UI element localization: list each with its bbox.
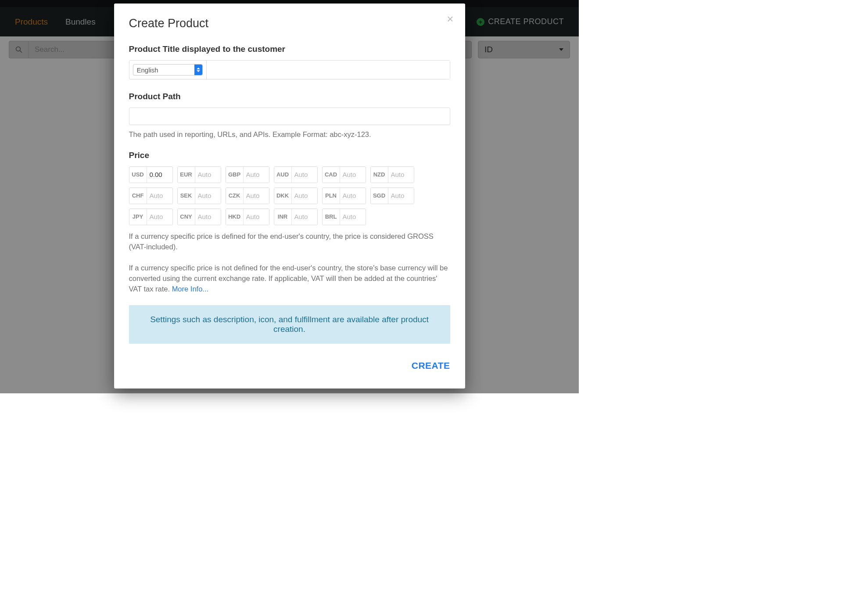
language-select[interactable]: English <box>133 64 203 76</box>
price-input-hkd[interactable] <box>244 209 269 225</box>
currency-code: JPY <box>129 209 147 225</box>
price-cell-inr: INR <box>274 209 318 225</box>
currency-code: CZK <box>226 188 244 204</box>
product-path-help: The path used in reporting, URLs, and AP… <box>129 130 450 140</box>
price-label: Price <box>129 151 450 160</box>
create-product-modal: × Create Product Product Title displayed… <box>114 4 465 389</box>
product-title-row: English <box>129 60 450 79</box>
price-cell-dkk: DKK <box>274 187 318 204</box>
more-info-link[interactable]: More Info... <box>172 285 208 293</box>
price-cell-pln: PLN <box>322 187 366 204</box>
language-select-value: English <box>137 66 158 74</box>
price-cell-aud: AUD <box>274 166 318 183</box>
product-path-input[interactable] <box>129 108 450 125</box>
currency-code: SGD <box>371 188 388 204</box>
select-stepper-icon <box>194 65 202 75</box>
price-grid: USDEURGBPAUDCADNZDCHFSEKCZKDKKPLNSGDJPYC… <box>129 166 450 225</box>
price-cell-chf: CHF <box>129 187 173 204</box>
price-input-usd[interactable] <box>147 167 172 183</box>
price-cell-czk: CZK <box>226 187 269 204</box>
currency-code: BRL <box>323 209 340 225</box>
price-input-sgd[interactable] <box>388 188 414 204</box>
currency-code: GBP <box>226 167 244 183</box>
currency-code: SEK <box>178 188 195 204</box>
price-cell-brl: BRL <box>322 209 366 225</box>
currency-code: CNY <box>178 209 195 225</box>
language-cell: English <box>129 61 207 79</box>
price-cell-eur: EUR <box>177 166 221 183</box>
modal-footer: CREATE <box>129 360 450 371</box>
price-input-gbp[interactable] <box>244 167 269 183</box>
info-banner: Settings such as description, icon, and … <box>129 305 450 344</box>
price-input-pln[interactable] <box>340 188 366 204</box>
currency-code: CAD <box>323 167 340 183</box>
price-input-inr[interactable] <box>292 209 317 225</box>
price-input-chf[interactable] <box>147 188 172 204</box>
price-input-jpy[interactable] <box>147 209 172 225</box>
price-input-dkk[interactable] <box>292 188 317 204</box>
price-input-cad[interactable] <box>340 167 366 183</box>
price-cell-gbp: GBP <box>226 166 269 183</box>
price-input-cny[interactable] <box>195 209 221 225</box>
price-input-brl[interactable] <box>340 209 366 225</box>
price-cell-jpy: JPY <box>129 209 173 225</box>
price-input-nzd[interactable] <box>388 167 414 183</box>
price-cell-sek: SEK <box>177 187 221 204</box>
close-icon[interactable]: × <box>447 13 453 25</box>
currency-code: EUR <box>178 167 195 183</box>
price-input-czk[interactable] <box>244 188 269 204</box>
price-cell-nzd: NZD <box>370 166 414 183</box>
price-help-1: If a currency specific price is defined … <box>129 231 450 252</box>
create-button[interactable]: CREATE <box>412 360 450 371</box>
price-cell-sgd: SGD <box>370 187 414 204</box>
currency-code: CHF <box>129 188 147 204</box>
price-cell-hkd: HKD <box>226 209 269 225</box>
currency-code: DKK <box>274 188 292 204</box>
price-help-2: If a currency specific price is not defi… <box>129 263 450 295</box>
currency-code: HKD <box>226 209 244 225</box>
product-title-label: Product Title displayed to the customer <box>129 44 450 54</box>
price-input-aud[interactable] <box>292 167 317 183</box>
currency-code: NZD <box>371 167 388 183</box>
price-cell-cny: CNY <box>177 209 221 225</box>
product-title-input[interactable] <box>207 61 450 79</box>
price-cell-usd: USD <box>129 166 173 183</box>
currency-code: USD <box>129 167 147 183</box>
product-path-label: Product Path <box>129 92 450 101</box>
modal-title: Create Product <box>129 17 450 30</box>
currency-code: INR <box>274 209 292 225</box>
currency-code: PLN <box>323 188 340 204</box>
price-input-sek[interactable] <box>195 188 221 204</box>
price-cell-cad: CAD <box>322 166 366 183</box>
currency-code: AUD <box>274 167 292 183</box>
price-input-eur[interactable] <box>195 167 221 183</box>
